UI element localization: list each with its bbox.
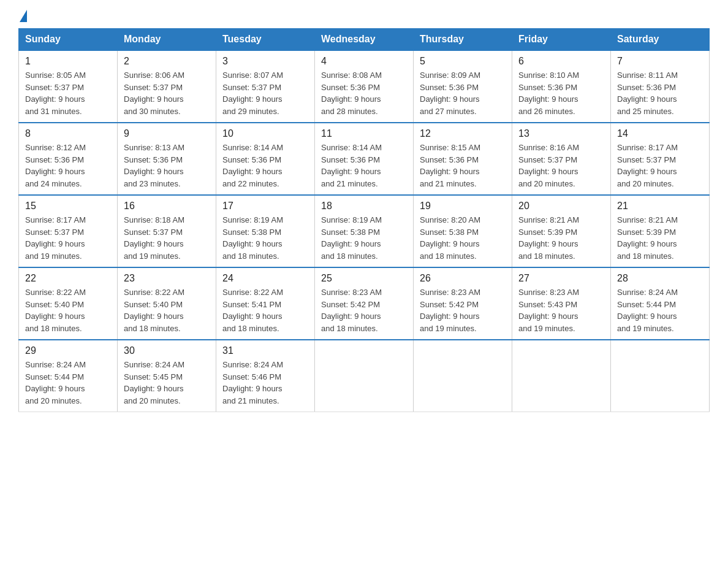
day-cell-2: 2 Sunrise: 8:06 AMSunset: 5:37 PMDayligh… bbox=[118, 50, 216, 123]
weekday-header-monday: Monday bbox=[118, 29, 216, 51]
weekday-header-sunday: Sunday bbox=[19, 29, 118, 51]
page-header bbox=[18, 12, 710, 22]
day-cell-3: 3 Sunrise: 8:07 AMSunset: 5:37 PMDayligh… bbox=[216, 50, 315, 123]
day-cell-13: 13 Sunrise: 8:16 AMSunset: 5:37 PMDaylig… bbox=[512, 123, 611, 195]
day-number: 1 bbox=[25, 56, 111, 67]
day-info: Sunrise: 8:13 AMSunset: 5:36 PMDaylight:… bbox=[124, 143, 184, 188]
week-row-4: 22 Sunrise: 8:22 AMSunset: 5:40 PMDaylig… bbox=[19, 267, 710, 340]
day-number: 17 bbox=[222, 201, 308, 212]
day-info: Sunrise: 8:21 AMSunset: 5:39 PMDaylight:… bbox=[518, 215, 579, 261]
day-cell-18: 18 Sunrise: 8:19 AMSunset: 5:38 PMDaylig… bbox=[315, 195, 414, 267]
day-number: 15 bbox=[25, 201, 111, 212]
day-cell-17: 17 Sunrise: 8:19 AMSunset: 5:38 PMDaylig… bbox=[216, 195, 315, 267]
day-cell-15: 15 Sunrise: 8:17 AMSunset: 5:37 PMDaylig… bbox=[19, 195, 118, 267]
day-number: 31 bbox=[222, 345, 308, 356]
day-cell-20: 20 Sunrise: 8:21 AMSunset: 5:39 PMDaylig… bbox=[512, 195, 611, 267]
day-number: 8 bbox=[25, 128, 111, 139]
day-number: 10 bbox=[222, 128, 308, 139]
day-number: 28 bbox=[617, 273, 703, 284]
day-number: 16 bbox=[124, 201, 210, 212]
week-row-1: 1 Sunrise: 8:05 AMSunset: 5:37 PMDayligh… bbox=[19, 50, 710, 123]
day-info: Sunrise: 8:18 AMSunset: 5:37 PMDaylight:… bbox=[124, 215, 184, 261]
logo bbox=[18, 12, 27, 22]
day-number: 4 bbox=[321, 56, 407, 67]
day-number: 24 bbox=[222, 273, 308, 284]
day-cell-16: 16 Sunrise: 8:18 AMSunset: 5:37 PMDaylig… bbox=[118, 195, 216, 267]
day-cell-23: 23 Sunrise: 8:22 AMSunset: 5:40 PMDaylig… bbox=[118, 267, 216, 340]
day-cell-27: 27 Sunrise: 8:23 AMSunset: 5:43 PMDaylig… bbox=[512, 267, 611, 340]
calendar-table: SundayMondayTuesdayWednesdayThursdayFrid… bbox=[18, 28, 710, 412]
day-cell-22: 22 Sunrise: 8:22 AMSunset: 5:40 PMDaylig… bbox=[19, 267, 118, 340]
day-info: Sunrise: 8:22 AMSunset: 5:41 PMDaylight:… bbox=[222, 288, 283, 333]
day-number: 11 bbox=[321, 128, 407, 139]
week-row-3: 15 Sunrise: 8:17 AMSunset: 5:37 PMDaylig… bbox=[19, 195, 710, 267]
day-number: 7 bbox=[617, 56, 703, 67]
weekday-header-tuesday: Tuesday bbox=[216, 29, 315, 51]
day-cell-7: 7 Sunrise: 8:11 AMSunset: 5:36 PMDayligh… bbox=[611, 50, 710, 123]
week-row-2: 8 Sunrise: 8:12 AMSunset: 5:36 PMDayligh… bbox=[19, 123, 710, 195]
day-info: Sunrise: 8:14 AMSunset: 5:36 PMDaylight:… bbox=[321, 143, 382, 188]
day-info: Sunrise: 8:23 AMSunset: 5:42 PMDaylight:… bbox=[321, 288, 382, 333]
day-cell-1: 1 Sunrise: 8:05 AMSunset: 5:37 PMDayligh… bbox=[19, 50, 118, 123]
weekday-header-friday: Friday bbox=[512, 29, 611, 51]
day-number: 12 bbox=[420, 128, 506, 139]
day-cell-14: 14 Sunrise: 8:17 AMSunset: 5:37 PMDaylig… bbox=[611, 123, 710, 195]
day-cell-30: 30 Sunrise: 8:24 AMSunset: 5:45 PMDaylig… bbox=[118, 340, 216, 412]
weekday-header-row: SundayMondayTuesdayWednesdayThursdayFrid… bbox=[19, 29, 710, 51]
empty-cell bbox=[512, 340, 611, 412]
day-cell-25: 25 Sunrise: 8:23 AMSunset: 5:42 PMDaylig… bbox=[315, 267, 414, 340]
day-cell-4: 4 Sunrise: 8:08 AMSunset: 5:36 PMDayligh… bbox=[315, 50, 414, 123]
logo-triangle-icon bbox=[20, 10, 27, 22]
day-number: 20 bbox=[518, 201, 604, 212]
day-info: Sunrise: 8:08 AMSunset: 5:36 PMDaylight:… bbox=[321, 71, 382, 116]
day-info: Sunrise: 8:12 AMSunset: 5:36 PMDaylight:… bbox=[25, 143, 86, 188]
empty-cell bbox=[414, 340, 512, 412]
day-cell-8: 8 Sunrise: 8:12 AMSunset: 5:36 PMDayligh… bbox=[19, 123, 118, 195]
day-info: Sunrise: 8:23 AMSunset: 5:43 PMDaylight:… bbox=[518, 288, 579, 333]
day-cell-11: 11 Sunrise: 8:14 AMSunset: 5:36 PMDaylig… bbox=[315, 123, 414, 195]
day-number: 26 bbox=[420, 273, 506, 284]
day-cell-19: 19 Sunrise: 8:20 AMSunset: 5:38 PMDaylig… bbox=[414, 195, 512, 267]
day-number: 27 bbox=[518, 273, 604, 284]
day-cell-12: 12 Sunrise: 8:15 AMSunset: 5:36 PMDaylig… bbox=[414, 123, 512, 195]
day-number: 13 bbox=[518, 128, 604, 139]
day-number: 30 bbox=[124, 345, 210, 356]
day-number: 18 bbox=[321, 201, 407, 212]
day-info: Sunrise: 8:24 AMSunset: 5:44 PMDaylight:… bbox=[617, 288, 678, 333]
weekday-header-saturday: Saturday bbox=[611, 29, 710, 51]
day-number: 14 bbox=[617, 128, 703, 139]
day-info: Sunrise: 8:23 AMSunset: 5:42 PMDaylight:… bbox=[420, 288, 480, 333]
day-cell-31: 31 Sunrise: 8:24 AMSunset: 5:46 PMDaylig… bbox=[216, 340, 315, 412]
day-info: Sunrise: 8:10 AMSunset: 5:36 PMDaylight:… bbox=[518, 71, 579, 116]
day-info: Sunrise: 8:24 AMSunset: 5:46 PMDaylight:… bbox=[222, 360, 283, 405]
day-cell-29: 29 Sunrise: 8:24 AMSunset: 5:44 PMDaylig… bbox=[19, 340, 118, 412]
day-cell-10: 10 Sunrise: 8:14 AMSunset: 5:36 PMDaylig… bbox=[216, 123, 315, 195]
day-info: Sunrise: 8:24 AMSunset: 5:44 PMDaylight:… bbox=[25, 360, 86, 405]
day-cell-5: 5 Sunrise: 8:09 AMSunset: 5:36 PMDayligh… bbox=[414, 50, 512, 123]
day-info: Sunrise: 8:05 AMSunset: 5:37 PMDaylight:… bbox=[25, 71, 86, 116]
day-number: 22 bbox=[25, 273, 111, 284]
day-cell-21: 21 Sunrise: 8:21 AMSunset: 5:39 PMDaylig… bbox=[611, 195, 710, 267]
day-number: 9 bbox=[124, 128, 210, 139]
day-info: Sunrise: 8:22 AMSunset: 5:40 PMDaylight:… bbox=[25, 288, 86, 333]
empty-cell bbox=[315, 340, 414, 412]
weekday-header-wednesday: Wednesday bbox=[315, 29, 414, 51]
day-info: Sunrise: 8:17 AMSunset: 5:37 PMDaylight:… bbox=[25, 215, 86, 261]
day-info: Sunrise: 8:07 AMSunset: 5:37 PMDaylight:… bbox=[222, 71, 283, 116]
day-cell-26: 26 Sunrise: 8:23 AMSunset: 5:42 PMDaylig… bbox=[414, 267, 512, 340]
day-number: 6 bbox=[518, 56, 604, 67]
day-number: 23 bbox=[124, 273, 210, 284]
day-info: Sunrise: 8:15 AMSunset: 5:36 PMDaylight:… bbox=[420, 143, 480, 188]
day-number: 5 bbox=[420, 56, 506, 67]
day-info: Sunrise: 8:21 AMSunset: 5:39 PMDaylight:… bbox=[617, 215, 678, 261]
day-info: Sunrise: 8:22 AMSunset: 5:40 PMDaylight:… bbox=[124, 288, 184, 333]
day-info: Sunrise: 8:20 AMSunset: 5:38 PMDaylight:… bbox=[420, 215, 480, 261]
day-cell-24: 24 Sunrise: 8:22 AMSunset: 5:41 PMDaylig… bbox=[216, 267, 315, 340]
day-info: Sunrise: 8:17 AMSunset: 5:37 PMDaylight:… bbox=[617, 143, 678, 188]
day-info: Sunrise: 8:11 AMSunset: 5:36 PMDaylight:… bbox=[617, 71, 678, 116]
day-number: 29 bbox=[25, 345, 111, 356]
day-info: Sunrise: 8:09 AMSunset: 5:36 PMDaylight:… bbox=[420, 71, 480, 116]
day-info: Sunrise: 8:19 AMSunset: 5:38 PMDaylight:… bbox=[222, 215, 283, 261]
empty-cell bbox=[611, 340, 710, 412]
day-info: Sunrise: 8:19 AMSunset: 5:38 PMDaylight:… bbox=[321, 215, 382, 261]
